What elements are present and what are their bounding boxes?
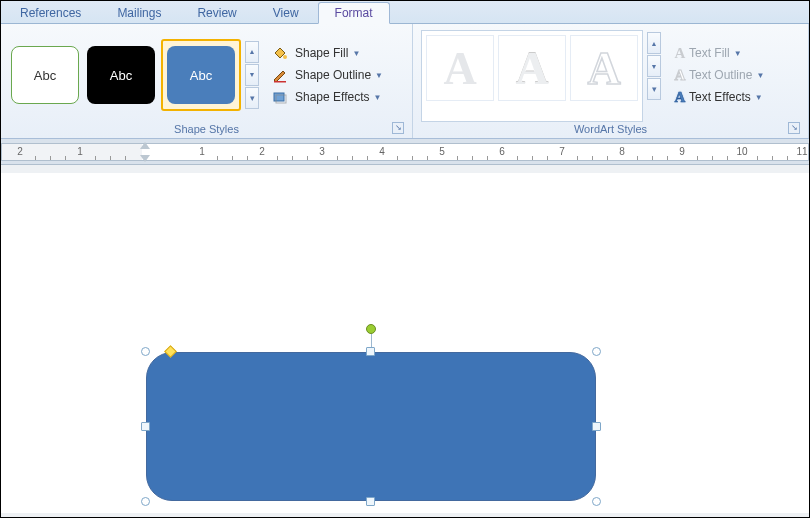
ruler-number: 10 <box>736 146 747 157</box>
shape-style-thumb-1[interactable]: Abc <box>11 46 79 104</box>
text-effects-label: Text Effects <box>689 90 751 104</box>
pen-outline-icon <box>271 67 289 83</box>
text-style-buttons: A Text Fill ▼ A Text Outline ▼ A Text Ef… <box>667 28 768 122</box>
tab-references[interactable]: References <box>3 2 98 23</box>
ribbon: Abc Abc Abc ▲ ▼ ▾ Shape Fill ▼ <box>1 24 809 139</box>
dropdown-icon: ▼ <box>375 71 383 80</box>
horizontal-ruler[interactable]: 211234567891011 <box>1 139 809 165</box>
resize-handle-bottom[interactable] <box>366 497 375 506</box>
ruler-number: 9 <box>679 146 685 157</box>
rotation-connector <box>371 334 372 347</box>
group-label-shape-styles: Shape Styles ↘ <box>7 122 406 136</box>
text-outline-icon: A <box>671 67 689 83</box>
ribbon-tabbar: References Mailings Review View Format <box>1 1 809 24</box>
gallery-scroll-down[interactable]: ▼ <box>245 64 259 86</box>
group-wordart-styles: A A A ▲ ▼ ▾ A Text Fill ▼ A Text <box>413 24 809 138</box>
resize-handle-top-left[interactable] <box>141 347 150 356</box>
shape-style-thumb-2[interactable]: Abc <box>87 46 155 104</box>
gallery-scroll-up[interactable]: ▲ <box>245 41 259 63</box>
resize-handle-top-right[interactable] <box>592 347 601 356</box>
shape-effects-button[interactable]: Shape Effects ▼ <box>267 86 387 108</box>
wordart-styles-dialog-launcher[interactable]: ↘ <box>788 122 800 134</box>
svg-rect-1 <box>274 81 286 83</box>
ruler-number: 6 <box>499 146 505 157</box>
shape-style-buttons: Shape Fill ▼ Shape Outline ▼ Shape Effec… <box>267 28 387 122</box>
dropdown-icon: ▼ <box>756 71 764 80</box>
ruler-number: 4 <box>379 146 385 157</box>
text-fill-label: Text Fill <box>689 46 730 60</box>
dropdown-icon: ▼ <box>374 93 382 102</box>
gallery-scroll-up[interactable]: ▲ <box>647 32 661 54</box>
ruler-number: 1 <box>77 146 83 157</box>
wordart-thumb-1[interactable]: A <box>426 35 494 101</box>
shape-outline-button[interactable]: Shape Outline ▼ <box>267 64 387 86</box>
text-fill-icon: A <box>671 45 689 61</box>
group-label-wordart-styles: WordArt Styles ↘ <box>419 122 802 136</box>
svg-point-0 <box>283 55 287 59</box>
ruler-number: 2 <box>17 146 23 157</box>
ruler-number: 1 <box>199 146 205 157</box>
text-outline-button[interactable]: A Text Outline ▼ <box>667 64 768 86</box>
shape-effects-label: Shape Effects <box>295 90 370 104</box>
resize-handle-top[interactable] <box>366 347 375 356</box>
text-effects-button[interactable]: A Text Effects ▼ <box>667 86 768 108</box>
wordart-thumb-3[interactable]: A <box>570 35 638 101</box>
wordart-thumb-2[interactable]: A <box>498 35 566 101</box>
rotation-handle[interactable] <box>366 324 376 334</box>
ruler-number: 8 <box>619 146 625 157</box>
resize-handle-bottom-left[interactable] <box>141 497 150 506</box>
shape-style-thumb-3: Abc <box>167 46 235 104</box>
gallery-more[interactable]: ▾ <box>647 78 661 100</box>
ruler-number: 5 <box>439 146 445 157</box>
dropdown-icon: ▼ <box>352 49 360 58</box>
ruler-number: 3 <box>319 146 325 157</box>
shape-styles-dialog-launcher[interactable]: ↘ <box>392 122 404 134</box>
selected-shape[interactable] <box>146 352 596 501</box>
group-label-text: WordArt Styles <box>574 123 647 135</box>
tab-format[interactable]: Format <box>318 2 390 24</box>
shape-fill-label: Shape Fill <box>295 46 348 60</box>
first-line-indent-marker[interactable] <box>140 142 150 149</box>
tab-mailings[interactable]: Mailings <box>100 2 178 23</box>
shape-outline-label: Shape Outline <box>295 68 371 82</box>
text-effects-icon: A <box>671 89 689 105</box>
bucket-icon <box>271 45 289 61</box>
shape-style-thumb-selected[interactable]: Abc <box>161 39 241 111</box>
wordart-gallery[interactable]: A A A <box>421 30 643 122</box>
ruler-number: 11 <box>796 146 807 157</box>
dropdown-icon: ▼ <box>734 49 742 58</box>
shape-fill-button[interactable]: Shape Fill ▼ <box>267 42 387 64</box>
rounded-rectangle-shape[interactable] <box>146 352 596 501</box>
hanging-indent-marker[interactable] <box>140 155 150 162</box>
tab-view[interactable]: View <box>256 2 316 23</box>
gallery-more[interactable]: ▾ <box>245 87 259 109</box>
tab-review[interactable]: Review <box>180 2 253 23</box>
effects-icon <box>271 89 289 105</box>
dropdown-icon: ▼ <box>755 93 763 102</box>
resize-handle-left[interactable] <box>141 422 150 431</box>
group-shape-styles: Abc Abc Abc ▲ ▼ ▾ Shape Fill ▼ <box>1 24 413 138</box>
wordart-gallery-scroll: ▲ ▼ ▾ <box>647 32 663 122</box>
resize-handle-right[interactable] <box>592 422 601 431</box>
resize-handle-bottom-right[interactable] <box>592 497 601 506</box>
shape-style-gallery[interactable]: Abc Abc Abc ▲ ▼ ▾ <box>7 28 261 122</box>
text-outline-label: Text Outline <box>689 68 752 82</box>
ruler-number: 2 <box>259 146 265 157</box>
shape-style-gallery-scroll: ▲ ▼ ▾ <box>245 41 261 110</box>
text-fill-button[interactable]: A Text Fill ▼ <box>667 42 768 64</box>
group-label-text: Shape Styles <box>174 123 239 135</box>
gallery-scroll-down[interactable]: ▼ <box>647 55 661 77</box>
ruler-number: 7 <box>559 146 565 157</box>
